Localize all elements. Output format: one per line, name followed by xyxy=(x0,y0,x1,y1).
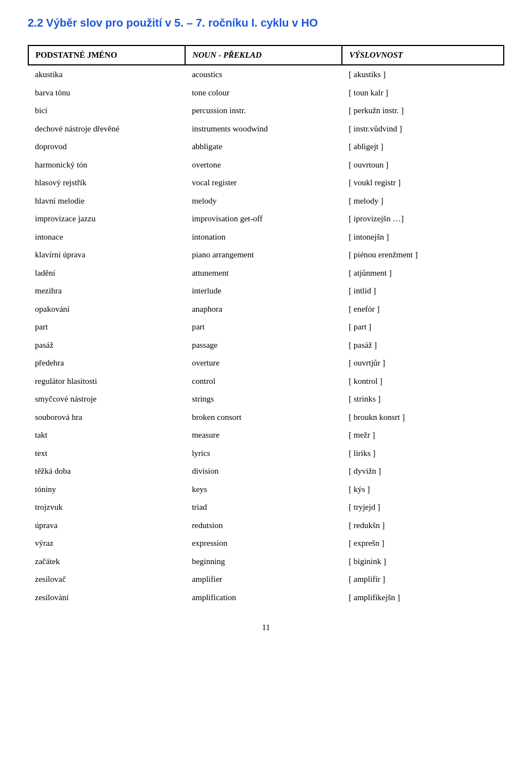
czech-term: hlasový rejstřík xyxy=(28,174,185,192)
english-translation: amplification xyxy=(185,589,342,607)
pronunciation: [ perkužn instr. ] xyxy=(342,102,504,120)
page-title: 2.2 Výběr slov pro použití v 5. – 7. roč… xyxy=(28,17,504,29)
english-translation: percussion instr. xyxy=(185,102,342,120)
table-row: partpart[ part ] xyxy=(28,318,504,336)
table-row: dechové nástroje dřevěnéinstruments wood… xyxy=(28,120,504,138)
english-translation: melody xyxy=(185,192,342,210)
vocabulary-table: PODSTATNÉ JMÉNO NOUN - PŘEKLAD VÝSLOVNOS… xyxy=(28,45,504,606)
table-row: improvizace jazzuimprovisation get-off[ … xyxy=(28,210,504,228)
czech-term: bicí xyxy=(28,102,185,120)
table-row: tóninykeys[ kýs ] xyxy=(28,480,504,499)
table-row: intonaceintonation[ intonejšn ] xyxy=(28,228,504,246)
table-row: začátekbeginning[ biginink ] xyxy=(28,552,504,571)
pronunciation: [ part ] xyxy=(342,318,504,336)
czech-term: improvizace jazzu xyxy=(28,210,185,228)
pronunciation: [ exprešn ] xyxy=(342,534,504,552)
english-translation: broken consort xyxy=(185,408,342,427)
pronunciation: [ intonejšn ] xyxy=(342,228,504,246)
english-translation: lyrics xyxy=(185,444,342,463)
pronunciation: [ liriks ] xyxy=(342,444,504,463)
table-row: klavírní úpravapiano arrangement[ piénou… xyxy=(28,246,504,264)
english-translation: division xyxy=(185,462,342,480)
pronunciation: [ voukl registr ] xyxy=(342,174,504,192)
pronunciation: [ toun kalr ] xyxy=(342,84,504,102)
czech-term: předehra xyxy=(28,354,185,372)
pronunciation: [ piénou erenžment ] xyxy=(342,246,504,264)
english-translation: anaphora xyxy=(185,300,342,318)
czech-term: pasáž xyxy=(28,336,185,354)
czech-term: zesilování xyxy=(28,589,185,607)
pronunciation: [ kontrol ] xyxy=(342,372,504,390)
table-row: taktmeasure[ mežr ] xyxy=(28,426,504,444)
english-translation: overtone xyxy=(185,156,342,174)
pronunciation: [ akustiks ] xyxy=(342,65,504,84)
table-row: zesilovačamplifier[ amplifír ] xyxy=(28,570,504,589)
table-row: akustikaacoustics[ akustiks ] xyxy=(28,65,504,84)
pronunciation: [ ouvrtoun ] xyxy=(342,156,504,174)
english-translation: tone colour xyxy=(185,84,342,102)
table-row: trojzvuktriad[ tryjejd ] xyxy=(28,498,504,516)
czech-term: hlavní melodie xyxy=(28,192,185,210)
english-translation: vocal register xyxy=(185,174,342,192)
pronunciation: [ pasáž ] xyxy=(342,336,504,354)
czech-term: barva tónu xyxy=(28,84,185,102)
pronunciation: [ atjůnment ] xyxy=(342,264,504,282)
pronunciation: [ amplifikejšn ] xyxy=(342,589,504,607)
table-row: doprovodabbligate[ abligejt ] xyxy=(28,138,504,156)
czech-term: intonace xyxy=(28,228,185,246)
table-row: výrazexpression[ exprešn ] xyxy=(28,534,504,552)
table-row: souborová hrabroken consort[ broukn kons… xyxy=(28,408,504,427)
pronunciation: [ mežr ] xyxy=(342,426,504,444)
english-translation: intonation xyxy=(185,228,342,246)
czech-term: souborová hra xyxy=(28,408,185,427)
col-header-czech: PODSTATNÉ JMÉNO xyxy=(28,45,185,65)
english-translation: abbligate xyxy=(185,138,342,156)
english-translation: improvisation get-off xyxy=(185,210,342,228)
table-row: harmonický tónovertone[ ouvrtoun ] xyxy=(28,156,504,174)
table-row: předehraoverture[ ouvrtjůr ] xyxy=(28,354,504,372)
czech-term: klavírní úprava xyxy=(28,246,185,264)
czech-term: mezihra xyxy=(28,282,185,300)
page-number: 11 xyxy=(28,623,504,632)
pronunciation: [ tryjejd ] xyxy=(342,498,504,516)
table-row: úpravaredutsion[ redukšn ] xyxy=(28,516,504,535)
english-translation: interlude xyxy=(185,282,342,300)
english-translation: overture xyxy=(185,354,342,372)
english-translation: instruments woodwind xyxy=(185,120,342,138)
pronunciation: [ amplifír ] xyxy=(342,570,504,589)
czech-term: regulátor hlasitosti xyxy=(28,372,185,390)
english-translation: control xyxy=(185,372,342,390)
english-translation: acoustics xyxy=(185,65,342,84)
czech-term: těžká doba xyxy=(28,462,185,480)
pronunciation: [ biginink ] xyxy=(342,552,504,571)
czech-term: úprava xyxy=(28,516,185,535)
czech-term: harmonický tón xyxy=(28,156,185,174)
pronunciation: [ abligejt ] xyxy=(342,138,504,156)
czech-term: zesilovač xyxy=(28,570,185,589)
czech-term: začátek xyxy=(28,552,185,571)
czech-term: výraz xyxy=(28,534,185,552)
english-translation: beginning xyxy=(185,552,342,571)
table-row: laděníattunement[ atjůnment ] xyxy=(28,264,504,282)
czech-term: ladění xyxy=(28,264,185,282)
czech-term: takt xyxy=(28,426,185,444)
czech-term: part xyxy=(28,318,185,336)
table-row: smyčcové nástrojestrings[ strinks ] xyxy=(28,390,504,408)
pronunciation: [ iprovizejšn …] xyxy=(342,210,504,228)
table-row: barva tónutone colour[ toun kalr ] xyxy=(28,84,504,102)
english-translation: attunement xyxy=(185,264,342,282)
czech-term: tóniny xyxy=(28,480,185,499)
table-row: těžká dobadivision[ dyvižn ] xyxy=(28,462,504,480)
czech-term: akustika xyxy=(28,65,185,84)
table-row: zesilováníamplification[ amplifikejšn ] xyxy=(28,589,504,607)
english-translation: amplifier xyxy=(185,570,342,589)
pronunciation: [ broukn konsrt ] xyxy=(342,408,504,427)
pronunciation: [ enefór ] xyxy=(342,300,504,318)
english-translation: expression xyxy=(185,534,342,552)
table-row: textlyrics[ liriks ] xyxy=(28,444,504,463)
pronunciation: [ melody ] xyxy=(342,192,504,210)
pronunciation: [ redukšn ] xyxy=(342,516,504,535)
czech-term: smyčcové nástroje xyxy=(28,390,185,408)
pronunciation: [ ouvrtjůr ] xyxy=(342,354,504,372)
english-translation: measure xyxy=(185,426,342,444)
